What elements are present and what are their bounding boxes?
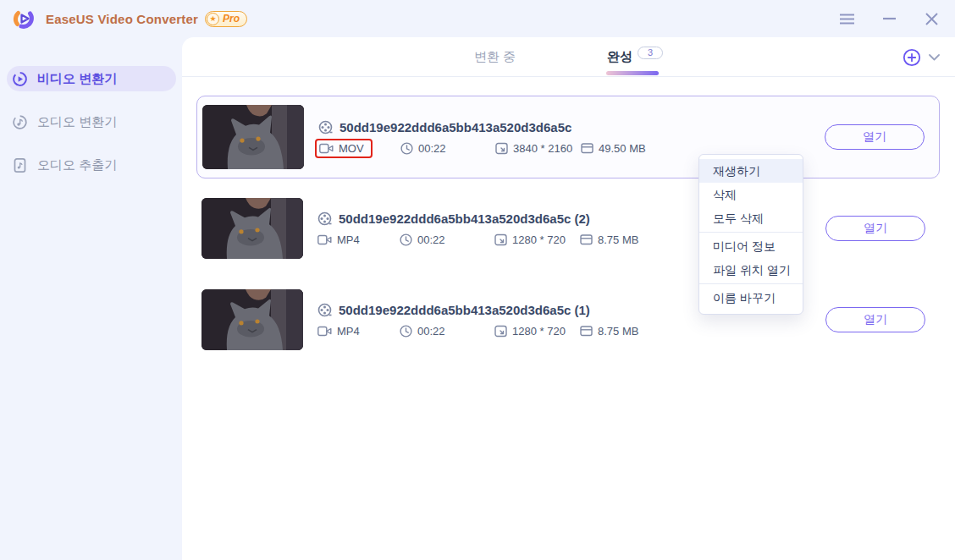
sidebar-item-video-converter[interactable]: 비디오 변환기 (7, 66, 176, 91)
file-duration: 00:22 (400, 325, 494, 338)
file-size: 8.75 MB (580, 233, 638, 246)
main-panel: 변환 중 완성 3 (182, 37, 955, 560)
app-logo-icon (12, 7, 36, 30)
file-info: 50dd19e922ddd6a5bb413a520d3d6a5c MOV (318, 120, 646, 155)
menu-item-open-file-location[interactable]: 파일 위치 열기 (699, 258, 803, 282)
menu-item-delete[interactable]: 삭제 (699, 183, 803, 206)
film-reel-icon (318, 120, 333, 135)
content-header: 변환 중 완성 3 (182, 37, 955, 77)
file-info: 50dd19e922ddd6a5bb413a520d3d6a5c (1) MP4 (317, 303, 638, 338)
pro-badge-label: Pro (223, 13, 240, 25)
clock-icon (400, 325, 412, 338)
file-row[interactable]: 50dd19e922ddd6a5bb413a520d3d6a5c (2) MP4 (196, 187, 940, 270)
camcorder-icon (317, 234, 332, 245)
file-format: MP4 (317, 325, 400, 338)
file-name: 50dd19e922ddd6a5bb413a520d3d6a5c (1) (339, 303, 590, 317)
file-duration: 00:22 (400, 233, 494, 246)
camcorder-icon (319, 143, 334, 154)
window-controls (840, 0, 955, 37)
menu-item-media-info[interactable]: 미디어 정보 (699, 234, 803, 258)
titlebar: EaseUS Video Converter ★ Pro (0, 0, 955, 37)
video-thumbnail (202, 105, 304, 169)
open-button[interactable]: 열기 (825, 307, 925, 332)
menu-item-delete-all[interactable]: 모두 삭제 (699, 206, 803, 230)
file-format: MP4 (317, 233, 400, 246)
resolution-icon (494, 233, 507, 246)
file-resolution: 3840 * 2160 (495, 142, 581, 155)
file-row[interactable]: 50dd19e922ddd6a5bb413a520d3d6a5c MOV (196, 96, 940, 178)
file-info: 50dd19e922ddd6a5bb413a520d3d6a5c (2) MP4 (317, 211, 638, 246)
file-size: 8.75 MB (580, 325, 638, 338)
sidebar-item-label: 오디오 추출기 (37, 157, 117, 173)
menu-divider (699, 283, 803, 284)
chevron-down-icon[interactable] (929, 54, 940, 61)
star-icon: ★ (207, 13, 219, 25)
tab-completed[interactable]: 완성 3 (607, 49, 663, 65)
file-duration: 00:22 (400, 142, 495, 155)
close-icon[interactable] (925, 12, 939, 26)
format-highlight-box: MOV (315, 139, 373, 158)
open-button[interactable]: 열기 (825, 124, 925, 150)
menu-divider (699, 232, 803, 233)
pro-badge[interactable]: ★ Pro (205, 11, 247, 27)
file-list: 50dd19e922ddd6a5bb413a520d3d6a5c MOV (182, 77, 955, 361)
menu-item-rename[interactable]: 이름 바꾸기 (699, 286, 803, 310)
app-title: EaseUS Video Converter (46, 12, 198, 26)
completed-count-badge: 3 (638, 47, 663, 59)
file-size-icon (581, 142, 593, 154)
file-resolution: 1280 * 720 (494, 233, 580, 246)
file-format: MOV (318, 142, 400, 155)
file-name: 50dd19e922ddd6a5bb413a520d3d6a5c (2) (339, 211, 590, 226)
sidebar: 비디오 변환기 오디오 변환기 오디오 추출기 (0, 37, 182, 560)
sidebar-item-audio-extractor[interactable]: 오디오 추출기 (7, 152, 176, 178)
video-converter-icon (12, 71, 28, 87)
file-resolution: 1280 * 720 (494, 325, 580, 338)
resolution-icon (494, 325, 507, 338)
file-size: 49.50 MB (581, 142, 646, 155)
film-reel-icon (317, 211, 332, 226)
open-button[interactable]: 열기 (825, 216, 925, 241)
header-actions (903, 37, 940, 77)
app-window: EaseUS Video Converter ★ Pro 비디오 변환기 (0, 0, 955, 560)
file-size-icon (580, 325, 593, 337)
tab-completed-label: 완성 (607, 49, 632, 65)
video-thumbnail (201, 289, 303, 350)
tab-bar: 변환 중 완성 3 (182, 37, 955, 76)
file-row[interactable]: 50dd19e922ddd6a5bb413a520d3d6a5c (1) MP4 (196, 278, 940, 361)
camcorder-icon (317, 326, 332, 337)
clock-icon (400, 142, 413, 155)
clock-icon (400, 233, 412, 246)
tab-converting[interactable]: 변환 중 (474, 49, 516, 65)
minimize-icon[interactable] (882, 12, 897, 26)
sidebar-item-audio-converter[interactable]: 오디오 변환기 (7, 109, 176, 135)
active-tab-underline (606, 71, 659, 75)
sidebar-item-label: 오디오 변환기 (37, 114, 117, 130)
file-size-icon (580, 233, 593, 245)
audio-converter-icon (12, 114, 28, 130)
hamburger-menu-icon[interactable] (840, 12, 854, 26)
video-thumbnail (201, 198, 303, 259)
audio-extractor-icon (12, 157, 28, 173)
context-menu: 재생하기 삭제 모두 삭제 미디어 정보 파일 위치 열기 이름 바꾸기 (698, 154, 803, 315)
film-reel-icon (317, 303, 332, 317)
sidebar-item-label: 비디오 변환기 (37, 71, 117, 87)
menu-item-play[interactable]: 재생하기 (699, 159, 803, 183)
file-name: 50dd19e922ddd6a5bb413a520d3d6a5c (339, 120, 571, 135)
add-file-button[interactable] (903, 48, 921, 67)
resolution-icon (495, 142, 508, 155)
